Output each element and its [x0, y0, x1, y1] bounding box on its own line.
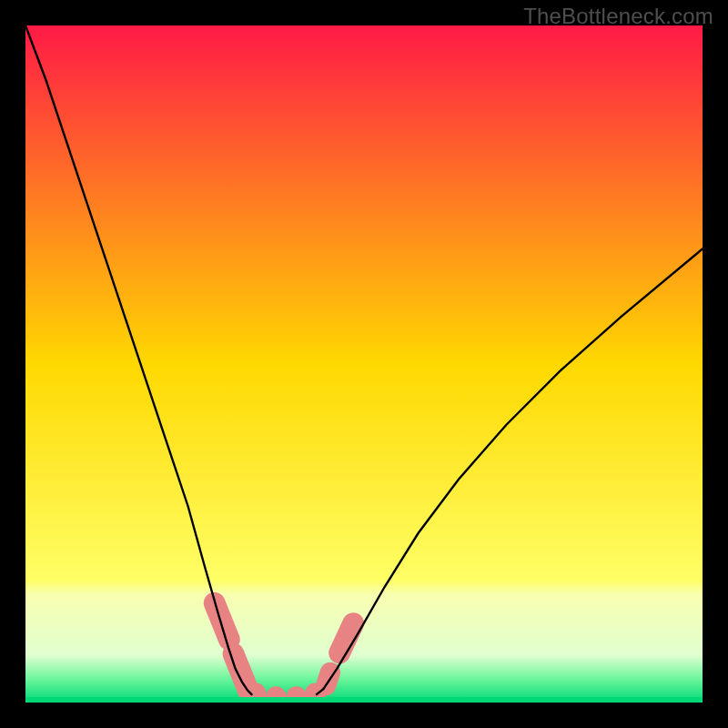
chart-background	[25, 25, 703, 703]
chart-frame: TheBottleneck.com	[0, 0, 728, 728]
chart-plot	[25, 25, 703, 703]
